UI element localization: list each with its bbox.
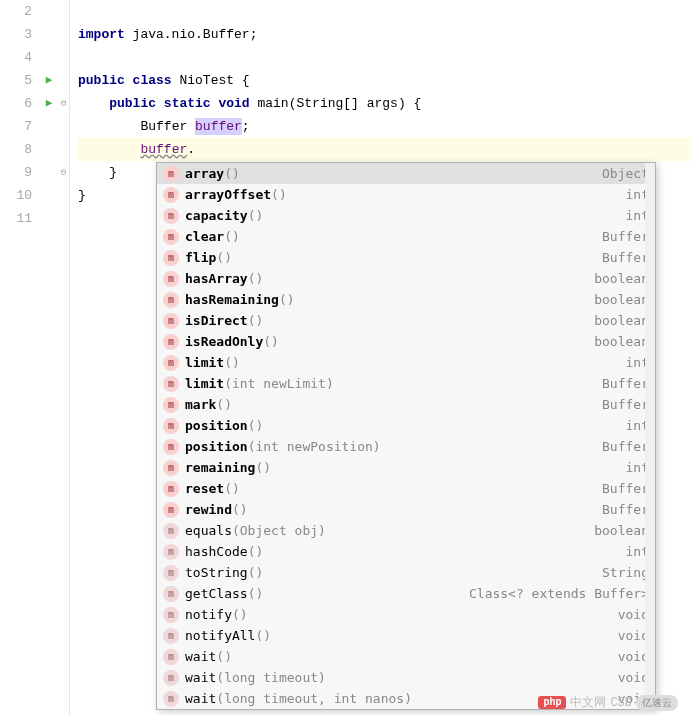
line-number: 6 [0, 92, 32, 115]
method-name: equals [185, 523, 232, 538]
scrollbar[interactable] [645, 163, 655, 709]
autocomplete-item[interactable]: mposition()int [157, 415, 655, 436]
autocomplete-item[interactable]: mlimit()int [157, 352, 655, 373]
run-gutter-icon[interactable]: ▶ [40, 92, 58, 115]
method-name: arrayOffset [185, 187, 271, 202]
method-icon: m [163, 271, 179, 287]
code-line[interactable] [78, 46, 692, 69]
autocomplete-item[interactable]: mreset()Buffer [157, 478, 655, 499]
watermark-text: 中文网 [570, 694, 606, 711]
method-icon: m [163, 334, 179, 350]
autocomplete-item[interactable]: mnotify()void [157, 604, 655, 625]
autocomplete-item[interactable]: mmark()Buffer [157, 394, 655, 415]
return-type: boolean [594, 313, 649, 328]
run-marker-gutter: ▶ ▶ [40, 0, 58, 715]
autocomplete-item[interactable]: marray()Object [157, 163, 655, 184]
autocomplete-item[interactable]: mrewind()Buffer [157, 499, 655, 520]
code-line[interactable]: Buffer buffer; [78, 115, 692, 138]
autocomplete-item[interactable]: mremaining()int [157, 457, 655, 478]
watermark-text: CSD [610, 696, 632, 710]
line-number: 7 [0, 115, 32, 138]
return-type: boolean [594, 271, 649, 286]
autocomplete-item[interactable]: mequals(Object obj)boolean [157, 520, 655, 541]
method-icon: m [163, 628, 179, 644]
method-params: () [216, 649, 232, 664]
code-line[interactable]: public class NioTest { [78, 69, 692, 92]
line-number: 5 [0, 69, 32, 92]
method-icon: m [163, 355, 179, 371]
method-params: () [248, 271, 264, 286]
return-type: Buffer [602, 439, 649, 454]
method-params: () [224, 355, 240, 370]
method-icon: m [163, 250, 179, 266]
method-icon: m [163, 208, 179, 224]
code-line[interactable] [78, 0, 692, 23]
autocomplete-item[interactable]: mcapacity()int [157, 205, 655, 226]
method-params: () [216, 250, 232, 265]
return-type: Class<? extends Buffer> [469, 586, 649, 601]
fold-close-icon[interactable]: ⊖ [58, 161, 69, 184]
run-gutter-icon[interactable]: ▶ [40, 69, 58, 92]
method-params: () [232, 502, 248, 517]
autocomplete-item[interactable]: mwait(long timeout)void [157, 667, 655, 688]
autocomplete-item[interactable]: mlimit(int newLimit)Buffer [157, 373, 655, 394]
code-line[interactable]: public static void main(String[] args) { [78, 92, 692, 115]
code-line[interactable]: import java.nio.Buffer; [78, 23, 692, 46]
autocomplete-item[interactable]: mposition(int newPosition)Buffer [157, 436, 655, 457]
return-type: boolean [594, 334, 649, 349]
autocomplete-item[interactable]: mnotifyAll()void [157, 625, 655, 646]
return-type: Buffer [602, 376, 649, 391]
line-number: 11 [0, 207, 32, 230]
method-icon: m [163, 649, 179, 665]
return-type: String [602, 565, 649, 580]
method-params: (long timeout, int nanos) [216, 691, 412, 706]
line-number: 4 [0, 46, 32, 69]
return-type: boolean [594, 292, 649, 307]
method-icon: m [163, 565, 179, 581]
method-name: limit [185, 376, 224, 391]
method-icon: m [163, 523, 179, 539]
method-params: () [248, 313, 264, 328]
autocomplete-item[interactable]: misDirect()boolean [157, 310, 655, 331]
method-icon: m [163, 313, 179, 329]
autocomplete-item[interactable]: mclear()Buffer [157, 226, 655, 247]
method-params: () [232, 607, 248, 622]
method-icon: m [163, 376, 179, 392]
variable-declaration[interactable]: buffer [195, 118, 242, 135]
method-name: wait [185, 691, 216, 706]
fold-open-icon[interactable]: ⊖ [58, 92, 69, 115]
method-name: remaining [185, 460, 255, 475]
autocomplete-item[interactable]: marrayOffset()int [157, 184, 655, 205]
method-icon: m [163, 502, 179, 518]
autocomplete-item[interactable]: mgetClass()Class<? extends Buffer> [157, 583, 655, 604]
method-params: () [279, 292, 295, 307]
variable-usage[interactable]: buffer [140, 142, 187, 157]
watermark-badge: php [538, 696, 566, 709]
method-icon: m [163, 229, 179, 245]
method-icon: m [163, 439, 179, 455]
autocomplete-item[interactable]: mhasRemaining()boolean [157, 289, 655, 310]
method-params: () [248, 418, 264, 433]
autocomplete-item[interactable]: mhashCode()int [157, 541, 655, 562]
autocomplete-item[interactable]: mhasArray()boolean [157, 268, 655, 289]
method-name: wait [185, 649, 216, 664]
method-params: () [216, 397, 232, 412]
method-icon: m [163, 187, 179, 203]
autocomplete-popup: marray()ObjectmarrayOffset()intmcapacity… [156, 162, 656, 710]
method-params: () [248, 586, 264, 601]
method-params: () [248, 208, 264, 223]
method-name: position [185, 418, 248, 433]
return-type: Object [602, 166, 649, 181]
method-icon: m [163, 670, 179, 686]
fold-gutter: ⊖ ⊖ [58, 0, 70, 715]
return-type: boolean [594, 523, 649, 538]
autocomplete-item[interactable]: mwait()void [157, 646, 655, 667]
autocomplete-item[interactable]: mtoString()String [157, 562, 655, 583]
code-line-active[interactable]: buffer. [78, 138, 692, 161]
autocomplete-item[interactable]: misReadOnly()boolean [157, 331, 655, 352]
line-number: 3 [0, 23, 32, 46]
method-name: getClass [185, 586, 248, 601]
line-number: 8 [0, 138, 32, 161]
autocomplete-item[interactable]: mflip()Buffer [157, 247, 655, 268]
method-icon: m [163, 691, 179, 707]
